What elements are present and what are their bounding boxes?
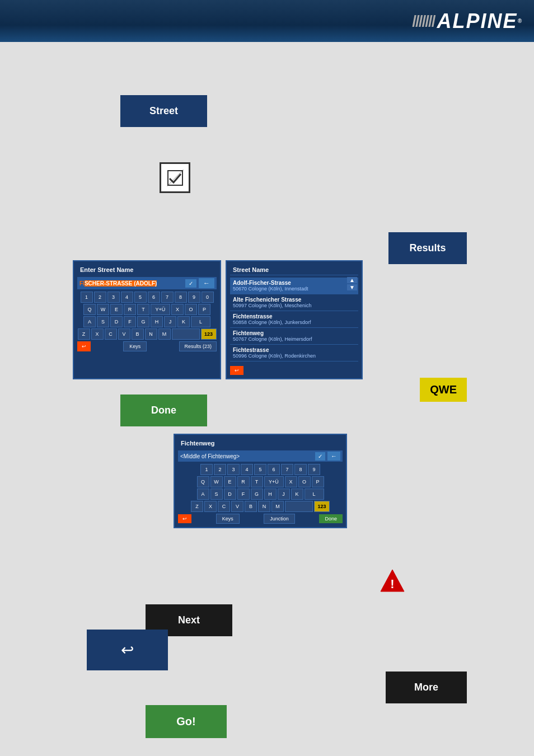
key-123[interactable]: 123 <box>201 328 217 340</box>
key-x2[interactable]: X <box>91 328 104 340</box>
key-s[interactable]: S <box>97 316 109 327</box>
key-v[interactable]: V <box>118 328 130 340</box>
key-0[interactable]: 0 <box>202 292 214 303</box>
key-j[interactable]: J <box>164 316 176 327</box>
key-k[interactable]: K <box>177 316 190 327</box>
fk-key-x2[interactable]: X <box>204 501 217 512</box>
fk-key-6[interactable]: 6 <box>268 464 280 475</box>
key-t[interactable]: T <box>137 304 149 315</box>
fk-key-r[interactable]: R <box>237 476 250 487</box>
key-1[interactable]: 1 <box>81 292 93 303</box>
key-o[interactable]: O <box>185 304 197 315</box>
key-4[interactable]: 4 <box>121 292 133 303</box>
key-h[interactable]: H <box>151 316 163 327</box>
keyboard-back-button[interactable]: ↩ <box>77 341 91 351</box>
key-5[interactable]: 5 <box>134 292 147 303</box>
fk-key-t[interactable]: T <box>251 476 263 487</box>
key-c[interactable]: C <box>105 328 117 340</box>
key-g[interactable]: G <box>137 316 149 327</box>
fk-key-b[interactable]: B <box>245 501 257 512</box>
qwe-button[interactable]: QWE <box>420 378 467 402</box>
street-button[interactable]: Street <box>120 95 207 127</box>
scroll-up-button[interactable]: ▲ <box>347 277 357 283</box>
fk-key-123[interactable]: 123 <box>314 501 330 512</box>
fk-key-l[interactable]: L <box>305 489 324 500</box>
key-d[interactable]: D <box>110 316 123 327</box>
key-m[interactable]: M <box>158 328 171 340</box>
fichtenweg-check-button[interactable]: ✓ <box>315 452 325 461</box>
fk-key-v[interactable]: V <box>231 501 243 512</box>
fichtenweg-keys-tab[interactable]: Keys <box>216 514 240 524</box>
fk-key-f[interactable]: F <box>237 489 250 500</box>
key-8[interactable]: 8 <box>175 292 187 303</box>
fk-key-w[interactable]: W <box>210 476 223 487</box>
keyboard-keys-tab[interactable]: Keys <box>123 341 147 351</box>
fk-key-2[interactable]: 2 <box>214 464 226 475</box>
result-item-3[interactable]: Fichtenweg 50767 Cologne (Köln), Heimers… <box>230 328 358 345</box>
done-button[interactable]: Done <box>120 395 207 426</box>
fk-key-o[interactable]: O <box>298 476 311 487</box>
fk-key-m[interactable]: M <box>271 501 284 512</box>
fk-key-8[interactable]: 8 <box>294 464 307 475</box>
fk-key-3[interactable]: 3 <box>227 464 240 475</box>
keyboard-clear-button[interactable]: ✓ <box>185 279 196 288</box>
key-n[interactable]: N <box>145 328 157 340</box>
keyboard-results-tab[interactable]: Results (23) <box>179 341 217 351</box>
fk-key-z[interactable]: Z <box>191 501 203 512</box>
key-a[interactable]: A <box>83 316 96 327</box>
fk-key-4[interactable]: 4 <box>241 464 253 475</box>
scroll-down-button[interactable]: ▼ <box>347 284 357 290</box>
fichtenweg-done-tab[interactable]: Done <box>319 514 343 523</box>
key-2[interactable]: 2 <box>94 292 106 303</box>
fichtenweg-back-button[interactable]: ↩ <box>178 514 191 523</box>
key-e[interactable]: E <box>110 304 123 315</box>
key-r[interactable]: R <box>124 304 136 315</box>
fk-key-j[interactable]: J <box>278 489 290 500</box>
fichtenweg-junction-tab[interactable]: Junction <box>264 514 295 524</box>
fk-key-7[interactable]: 7 <box>281 464 293 475</box>
back-arrow-button[interactable]: ↩ <box>87 630 168 670</box>
more-button[interactable]: More <box>386 672 467 703</box>
fk-key-a[interactable]: A <box>197 489 209 500</box>
key-6[interactable]: 6 <box>148 292 160 303</box>
fk-key-5[interactable]: 5 <box>254 464 266 475</box>
go-button[interactable]: Go! <box>146 705 227 738</box>
fk-key-1[interactable]: 1 <box>200 464 213 475</box>
key-w[interactable]: W <box>97 304 109 315</box>
fk-key-e[interactable]: E <box>224 476 236 487</box>
key-space[interactable] <box>172 328 200 340</box>
result-item-0[interactable]: Adolf-Fischer-Strasse 50670 Cologne (Köl… <box>230 278 358 294</box>
fk-key-yu[interactable]: Y+Ü <box>264 476 284 487</box>
fk-key-s[interactable]: S <box>210 489 223 500</box>
fk-key-n[interactable]: N <box>258 501 270 512</box>
keyboard-backspace-button[interactable]: ← <box>199 278 214 288</box>
fk-key-c[interactable]: C <box>218 501 230 512</box>
key-z[interactable]: Z <box>78 328 90 340</box>
fk-key-9[interactable]: 9 <box>308 464 320 475</box>
key-yu[interactable]: Y+Ü <box>151 304 170 315</box>
key-9[interactable]: 9 <box>188 292 200 303</box>
fk-key-k[interactable]: K <box>291 489 303 500</box>
checkbox-icon[interactable] <box>160 162 190 193</box>
fk-key-g[interactable]: G <box>251 489 263 500</box>
key-l[interactable]: L <box>191 316 210 327</box>
fk-key-q[interactable]: Q <box>197 476 209 487</box>
key-x[interactable]: X <box>171 304 184 315</box>
fk-key-d[interactable]: D <box>224 489 236 500</box>
result-item-4[interactable]: Fichtestrasse 50996 Cologne (Köln), Rode… <box>230 345 358 361</box>
result-item-1[interactable]: Alte Fischenicher Strasse 50997 Cologne … <box>230 294 358 311</box>
results-back-button[interactable]: ↩ <box>230 366 243 375</box>
fk-key-p[interactable]: P <box>312 476 324 487</box>
key-7[interactable]: 7 <box>161 292 174 303</box>
fk-key-space[interactable] <box>285 501 313 512</box>
key-f[interactable]: F <box>124 316 136 327</box>
key-q[interactable]: Q <box>83 304 96 315</box>
key-p[interactable]: P <box>198 304 210 315</box>
result-item-2[interactable]: Fichtenstrasse 50858 Cologne (Köln), Jun… <box>230 311 358 328</box>
fk-key-x[interactable]: X <box>285 476 297 487</box>
fk-key-h[interactable]: H <box>264 489 277 500</box>
key-3[interactable]: 3 <box>107 292 120 303</box>
results-top-button[interactable]: Results <box>388 232 467 264</box>
key-b[interactable]: B <box>132 328 144 340</box>
fichtenweg-backspace-button[interactable]: ← <box>327 452 340 461</box>
